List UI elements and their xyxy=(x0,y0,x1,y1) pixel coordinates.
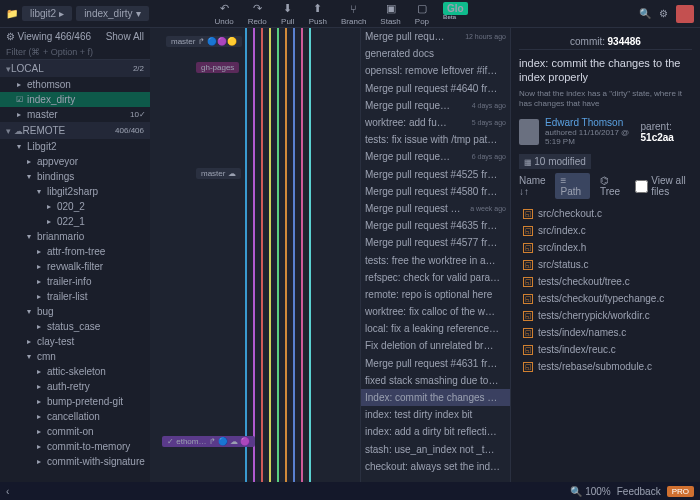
tree-item[interactable]: ▾Libgit2 xyxy=(0,139,150,154)
file-row[interactable]: ◱tests/checkout/tree.c xyxy=(519,273,692,290)
commit-row[interactable]: tests: fix issue with /tmp pat… xyxy=(361,131,510,148)
commit-row[interactable]: refspec: check for valid para… xyxy=(361,269,510,286)
tree-item[interactable]: ▸status_case xyxy=(0,319,150,334)
commit-row[interactable]: Merge pull requ…12 hours ago xyxy=(361,28,510,45)
file-row[interactable]: ◱tests/index/reuc.c xyxy=(519,341,692,358)
commit-row[interactable]: worktree: fix calloc of the w… xyxy=(361,303,510,320)
parent-commit[interactable]: parent: 51c2aa xyxy=(641,121,692,143)
filter-input[interactable]: Filter (⌘ + Option + f) xyxy=(0,45,150,60)
commit-row[interactable]: worktree: add fu…5 days ago xyxy=(361,114,510,131)
file-row[interactable]: ◱src/index.h xyxy=(519,239,692,256)
redo-button[interactable]: ↷Redo xyxy=(242,0,273,28)
toolbar-right: 🔍 ⚙ xyxy=(639,5,694,23)
tree-item[interactable]: ▾libgit2sharp xyxy=(0,184,150,199)
tree-item[interactable]: ▸cancellation xyxy=(0,409,150,424)
branch-button[interactable]: ⑂Branch xyxy=(335,0,372,28)
file-row[interactable]: ◱tests/index/names.c xyxy=(519,324,692,341)
branch-label[interactable]: ✓ ethom… ↱ 🔵 ☁ 🟣 xyxy=(162,436,255,447)
sidebar: ⚙ Viewing 466/466 Show All Filter (⌘ + O… xyxy=(0,28,150,482)
commit-row[interactable]: Fix deletion of unrelated br… xyxy=(361,337,510,354)
pro-badge[interactable]: PRO xyxy=(667,486,694,497)
push-button[interactable]: ⬆Push xyxy=(303,0,333,28)
pop-icon: ▢ xyxy=(415,2,429,16)
commit-row[interactable]: openssl: remove leftover #if… xyxy=(361,62,510,79)
stash-button[interactable]: ▣Stash xyxy=(374,0,406,28)
tree-item[interactable]: ▸attr-from-tree xyxy=(0,244,150,259)
commit-row[interactable]: local: fix a leaking reference… xyxy=(361,320,510,337)
branch-label[interactable]: master ↱ 🔵🟣🟡 xyxy=(166,36,242,47)
tree-item[interactable]: ▾cmn xyxy=(0,349,150,364)
commit-row[interactable]: tests: free the worktree in a… xyxy=(361,251,510,268)
commit-row[interactable]: generated docs xyxy=(361,45,510,62)
commit-row[interactable]: Merge pull request …a week ago xyxy=(361,200,510,217)
tree-item[interactable]: ▾bindings xyxy=(0,169,150,184)
settings-icon[interactable]: ⚙ xyxy=(659,8,668,19)
undo-button[interactable]: ↶Undo xyxy=(209,0,240,28)
user-avatar[interactable] xyxy=(676,5,694,23)
repo-crumb[interactable]: libgit2▸ xyxy=(22,6,72,21)
tree-item[interactable]: ▾bug xyxy=(0,304,150,319)
commit-row[interactable]: Merge pull reque…4 days ago xyxy=(361,97,510,114)
file-row[interactable]: ◱src/checkout.c xyxy=(519,205,692,222)
commit-row[interactable]: Merge pull request #4577 fr… xyxy=(361,234,510,251)
commit-row[interactable]: Merge pull request #4635 fr… xyxy=(361,217,510,234)
show-all-link[interactable]: Show All xyxy=(106,31,144,42)
tab-path[interactable]: ≡ Path xyxy=(555,173,590,199)
commit-graph[interactable]: master ↱ 🔵🟣🟡gh-pagesmaster ☁✓ ethom… ↱ 🔵… xyxy=(150,28,360,482)
commit-row[interactable]: Merge pull reque…6 days ago xyxy=(361,148,510,165)
tree-item[interactable]: ▸attic-skeleton xyxy=(0,364,150,379)
tree-item[interactable]: ▸commit-to-memory xyxy=(0,439,150,454)
tree-item[interactable]: ▸commit-on xyxy=(0,424,150,439)
commit-row[interactable]: checkout: always set the ind… xyxy=(361,458,510,475)
commit-detail: commit: 934486 index: commit the changes… xyxy=(510,28,700,482)
view-all-checkbox[interactable]: View all files xyxy=(635,175,692,197)
feedback-link[interactable]: Feedback xyxy=(617,486,661,497)
pull-button[interactable]: ⬇Pull xyxy=(275,0,301,28)
commit-row[interactable]: stash: use_an_index not _t… xyxy=(361,441,510,458)
file-modified-icon: ◱ xyxy=(523,362,533,372)
chevron-left-icon[interactable]: ‹ xyxy=(6,486,9,497)
commit-row[interactable]: Merge pull request #4640 fr… xyxy=(361,80,510,97)
tree-item[interactable]: ▸022_1 xyxy=(0,214,150,229)
tree-item[interactable]: ▸auth-retry xyxy=(0,379,150,394)
tree-item[interactable]: ▸revwalk-filter xyxy=(0,259,150,274)
commit-row[interactable]: remote: repo is optional here xyxy=(361,286,510,303)
commit-row[interactable]: index: add a dirty bit reflecti… xyxy=(361,423,510,440)
tree-item[interactable]: ▸appveyor xyxy=(0,154,150,169)
tree-item[interactable]: ▸trailer-info xyxy=(0,274,150,289)
branch-crumb[interactable]: index_dirty▾ xyxy=(76,6,148,21)
commit-row[interactable]: Merge pull request #4631 fr… xyxy=(361,355,510,372)
glo-button[interactable]: GloBeta xyxy=(437,0,474,28)
author-name[interactable]: Edward Thomson xyxy=(545,117,635,128)
tree-item[interactable]: ▸commit-with-signature xyxy=(0,454,150,469)
tree-item[interactable]: ▾brianmario xyxy=(0,229,150,244)
commit-row[interactable]: Merge pull request #4525 fr… xyxy=(361,166,510,183)
author-avatar xyxy=(519,119,539,145)
tree-item[interactable]: ☑index_dirty xyxy=(0,92,150,107)
commit-row[interactable]: index: test dirty index bit xyxy=(361,406,510,423)
tree-item[interactable]: ▸bump-pretend-git xyxy=(0,394,150,409)
branch-label[interactable]: gh-pages xyxy=(196,62,239,73)
glo-badge: GloBeta xyxy=(443,2,468,15)
file-row[interactable]: ◱src/index.c xyxy=(519,222,692,239)
local-section[interactable]: ▾ LOCAL2/2 xyxy=(0,60,150,77)
tab-tree[interactable]: ⌬ Tree xyxy=(594,173,631,199)
tree-item[interactable]: ▸master10✓ xyxy=(0,107,150,122)
file-row[interactable]: ◱tests/cherrypick/workdir.c xyxy=(519,307,692,324)
tree-item[interactable]: ▸ethomson xyxy=(0,77,150,92)
branch-label[interactable]: master ☁ xyxy=(196,168,241,179)
commit-row[interactable]: Merge pull request #4580 fr… xyxy=(361,183,510,200)
tree-item[interactable]: ▸clay-test xyxy=(0,334,150,349)
file-row[interactable]: ◱src/status.c xyxy=(519,256,692,273)
tree-item[interactable]: ▸020_2 xyxy=(0,199,150,214)
commit-row[interactable]: Index: commit the changes … xyxy=(361,389,510,406)
name-column[interactable]: Name ↓↑ xyxy=(519,175,551,197)
file-row[interactable]: ◱tests/checkout/typechange.c xyxy=(519,290,692,307)
remote-section[interactable]: ▾ ☁ REMOTE406/406 xyxy=(0,122,150,139)
search-icon[interactable]: 🔍 xyxy=(639,8,651,19)
pop-button[interactable]: ▢Pop xyxy=(409,0,435,28)
zoom-level[interactable]: 🔍 100% xyxy=(570,486,610,497)
tree-item[interactable]: ▸trailer-list xyxy=(0,289,150,304)
commit-row[interactable]: fixed stack smashing due to… xyxy=(361,372,510,389)
file-row[interactable]: ◱tests/rebase/submodule.c xyxy=(519,358,692,375)
